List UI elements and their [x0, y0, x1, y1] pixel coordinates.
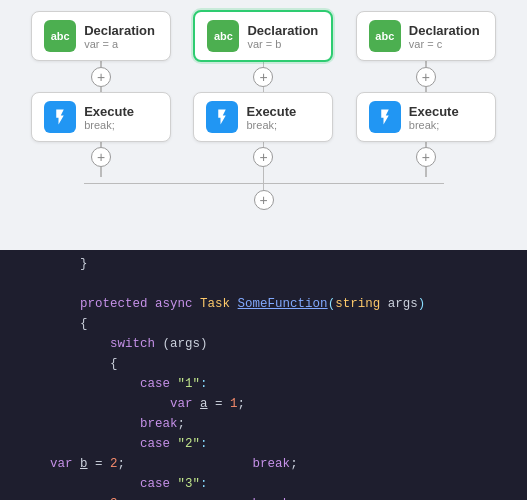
execute-title-c: Execute — [409, 104, 459, 119]
connector-a: + — [31, 57, 171, 97]
declaration-node-c[interactable]: abc Declaration var = c — [356, 11, 496, 61]
code-editor: } protected async Task SomeFunction ( st… — [0, 250, 527, 500]
execute-icon-c — [369, 101, 401, 133]
add-after-exec-a[interactable]: + — [91, 147, 111, 167]
code-line-switch: switch (args) — [0, 334, 527, 354]
execute-node-c[interactable]: Execute break; — [356, 92, 496, 142]
connector-bottom-b: + — [193, 137, 333, 177]
code-line-open1: { — [0, 314, 527, 334]
diagram-area: abc Declaration var = a abc Declaration … — [0, 0, 527, 250]
code-line-varb: var b = 2 ; break ; — [0, 454, 527, 474]
add-after-exec-c[interactable]: + — [416, 147, 436, 167]
declaration-subtitle-b: var = b — [247, 38, 318, 50]
connector-c: + — [356, 57, 496, 97]
execute-title-b: Execute — [246, 104, 296, 119]
declaration-icon-a: abc — [44, 20, 76, 52]
declaration-node-a[interactable]: abc Declaration var = a — [31, 11, 171, 61]
execute-node-a[interactable]: Execute break; — [31, 92, 171, 142]
add-merged[interactable]: + — [254, 190, 274, 210]
execute-row: Execute break; Execute break; Execute br… — [0, 92, 527, 142]
add-after-decl-b[interactable]: + — [253, 67, 273, 87]
declaration-title-c: Declaration — [409, 23, 480, 38]
execute-title-a: Execute — [84, 104, 134, 119]
execute-icon-a — [44, 101, 76, 133]
declaration-subtitle-a: var = a — [84, 38, 155, 50]
execute-node-b[interactable]: Execute break; — [193, 92, 333, 142]
execute-subtitle-b: break; — [246, 119, 296, 131]
declaration-node-b[interactable]: abc Declaration var = b — [193, 10, 333, 62]
declaration-icon-b: abc — [207, 20, 239, 52]
connector-bottom-c: + — [356, 137, 496, 177]
code-line-varc: var c = 3 ; break ; — [0, 494, 527, 500]
add-after-decl-a[interactable]: + — [91, 67, 111, 87]
code-line-1: } — [0, 254, 527, 274]
declaration-icon-c: abc — [369, 20, 401, 52]
execute-subtitle-c: break; — [409, 119, 459, 131]
code-line-case1: case "1" : — [0, 374, 527, 394]
code-line-open2: { — [0, 354, 527, 374]
execute-icon-b — [206, 101, 238, 133]
declaration-title-b: Declaration — [247, 23, 318, 38]
code-line-vara: var a = 1 ; — [0, 394, 527, 414]
code-line-func: protected async Task SomeFunction ( stri… — [0, 294, 527, 314]
connector-bottom-a: + — [31, 137, 171, 177]
declaration-row: abc Declaration var = a abc Declaration … — [0, 10, 527, 62]
code-line-blank — [0, 274, 527, 294]
declaration-title-a: Declaration — [84, 23, 155, 38]
connector-b: + — [193, 57, 333, 97]
add-after-exec-b[interactable]: + — [253, 147, 273, 167]
merge-area: + — [0, 172, 527, 210]
execute-subtitle-a: break; — [84, 119, 134, 131]
code-line-break1: break ; — [0, 414, 527, 434]
bottom-connectors: + + + — [0, 142, 527, 172]
declaration-subtitle-c: var = c — [409, 38, 480, 50]
code-line-case3: case "3" : — [0, 474, 527, 494]
add-after-decl-c[interactable]: + — [416, 67, 436, 87]
code-line-case2: case "2" : — [0, 434, 527, 454]
connectors-row-1: + + + — [0, 62, 527, 92]
